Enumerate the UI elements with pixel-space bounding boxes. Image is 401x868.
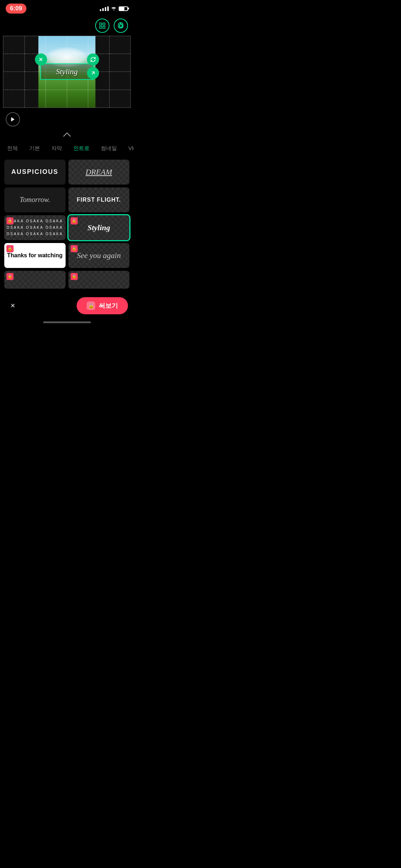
handle-rotate-button[interactable]: [87, 53, 99, 66]
lock-icon-seeyou: 🔒: [71, 245, 78, 252]
status-icons: [100, 6, 128, 11]
card-label-styling: Styling: [87, 223, 110, 232]
tab-vlog[interactable]: Vlog: [123, 143, 134, 154]
try-lock-icon: 🔒: [87, 301, 95, 310]
canvas-area[interactable]: Styling ×: [3, 36, 131, 108]
style-card-thanks[interactable]: 🔒 Thanks for watching: [4, 243, 66, 268]
style-card-tomorrow[interactable]: Tomorrow.: [4, 187, 66, 212]
tab-intro[interactable]: 인트로: [68, 143, 95, 154]
grid-button[interactable]: [95, 19, 109, 33]
play-area: [0, 108, 134, 131]
top-toolbar: [0, 16, 134, 36]
status-time: 6:09: [6, 4, 26, 14]
handle-resize-button[interactable]: [87, 67, 99, 79]
status-bar: 6:09: [0, 0, 134, 16]
svg-point-0: [113, 10, 114, 10]
battery-icon: [119, 6, 128, 11]
play-button[interactable]: [6, 112, 20, 126]
card-label-auspicious: AUSPICIOUS: [11, 168, 58, 176]
style-card-more2[interactable]: 🔒: [68, 271, 130, 289]
lock-icon-more1: 🔒: [6, 273, 14, 280]
style-grid: AUSPICIOUS DREAM Tomorrow. FIRST FLIGHT.…: [0, 157, 134, 291]
style-card-osaka[interactable]: 🔒 OSAKA OSAKA OSAKAOSAKA OSAKA OSAKAOSAK…: [4, 215, 66, 240]
card-label-firstflight: FIRST FLIGHT.: [77, 197, 121, 203]
style-card-dream[interactable]: DREAM: [68, 160, 130, 185]
svg-rect-2: [103, 23, 105, 25]
svg-rect-4: [103, 26, 105, 29]
card-label-tomorrow: Tomorrow.: [20, 196, 50, 204]
bottom-bar: × 🔒 써보기: [0, 293, 134, 319]
tab-basic[interactable]: 기본: [24, 143, 46, 154]
lock-icon-thanks: 🔒: [6, 245, 14, 252]
canvas-text-label: Styling: [56, 67, 78, 76]
tab-subtitle[interactable]: 자막: [46, 143, 68, 154]
tab-bar: 전체 기본 자막 인트로 썸네일 Vlog: [0, 140, 134, 157]
style-card-styling[interactable]: 🔒 Styling: [68, 215, 130, 240]
svg-marker-5: [11, 117, 14, 122]
tab-all[interactable]: 전체: [1, 143, 24, 154]
tab-thumbnail[interactable]: 썸네일: [95, 143, 123, 154]
magnet-button[interactable]: [114, 19, 128, 33]
close-button[interactable]: ×: [6, 299, 20, 313]
card-label-seeyou: See you again: [77, 251, 121, 260]
svg-rect-1: [100, 23, 102, 25]
lock-icon-styling: 🔒: [71, 217, 78, 224]
style-card-more1[interactable]: 🔒: [4, 271, 66, 289]
card-label-osaka: OSAKA OSAKA OSAKAOSAKA OSAKA OSAKAOSAKA …: [6, 218, 63, 237]
wifi-icon: [111, 6, 117, 11]
style-card-firstflight[interactable]: FIRST FLIGHT.: [68, 187, 130, 212]
try-button[interactable]: 🔒 써보기: [77, 297, 128, 314]
style-card-auspicious[interactable]: AUSPICIOUS: [4, 160, 66, 185]
home-indicator: [0, 319, 134, 325]
handle-close-button[interactable]: ×: [35, 53, 47, 66]
lock-icon-more2: 🔒: [71, 273, 78, 280]
style-card-seeyou[interactable]: 🔒 See you again: [68, 243, 130, 268]
canvas-inner: Styling ×: [3, 36, 130, 108]
svg-rect-3: [100, 26, 102, 29]
card-label-thanks: Thanks for watching: [7, 252, 63, 259]
collapse-button[interactable]: [63, 132, 71, 139]
canvas-text-box[interactable]: Styling: [40, 63, 94, 80]
lock-icon-osaka: 🔒: [6, 217, 14, 224]
collapse-row: [0, 131, 134, 140]
signal-icon: [100, 6, 109, 11]
home-bar: [43, 321, 91, 323]
card-label-dream: DREAM: [86, 167, 112, 177]
